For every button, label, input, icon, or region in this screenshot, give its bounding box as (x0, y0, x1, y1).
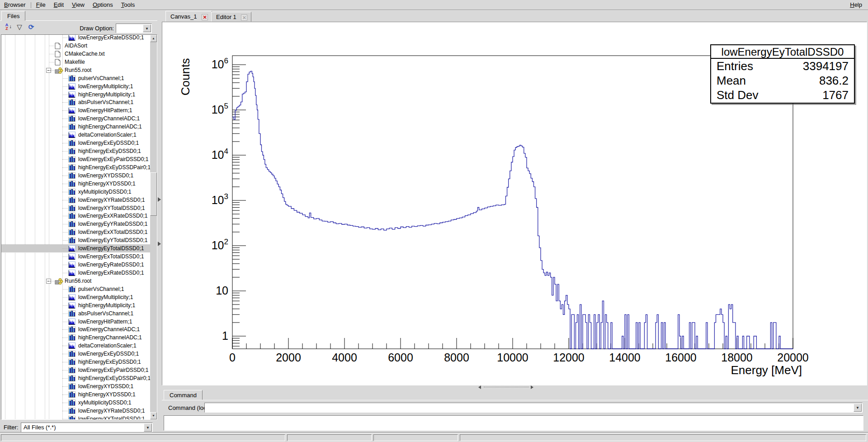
tree-item-lowenergyexxtotaldssd0-1[interactable]: lowEnergyExXTotalDSSD0;1 (1, 228, 151, 236)
tree-item-highenergyexeydssd0-1[interactable]: highEnergyExEyDSSD0;1 (1, 147, 151, 155)
filter-funnel-icon[interactable]: ▽ (14, 23, 24, 32)
tree-item-lowenergyexratedssd0-1[interactable]: lowEnergyExRateDSSD0;1 (1, 269, 151, 277)
tree-item-lowenergyxydssd0-1[interactable]: lowEnergyXYDSSD0;1 (1, 171, 151, 180)
tree-item-lowenergyxyratedssd0-1[interactable]: lowEnergyXYRateDSSD0;1 (1, 196, 151, 204)
tree-item-lowenergyxytotaldssd0-1[interactable]: lowEnergyXYTotalDSSD0;1 (1, 204, 151, 212)
tree-item-pulservschannel-1[interactable]: pulserVsChannel;1 (1, 285, 151, 293)
splitter-grip[interactable] (484, 387, 529, 387)
tree-item-label: highEnergyExEyDSSDPair0;1 (78, 374, 151, 382)
menu-item-options[interactable]: Options (89, 0, 117, 9)
browser-toolbar: AZ↓ ▽ ⟳ Draw Option: ▼ (0, 22, 157, 34)
tree-connector (62, 419, 68, 419)
tree-item-label: lowEnergyHitPattern;1 (78, 318, 132, 326)
filter-combobox[interactable]: All Files (*.*) ▼ (21, 423, 153, 432)
tree-item-lowenergyextotaldssd0-1[interactable]: lowEnergyExTotalDSSD0;1 (1, 252, 151, 261)
tree-item-lowenergyeyytotaldssd0-1[interactable]: lowEnergyEyYTotalDSSD0;1 (1, 236, 151, 244)
scroll-up-icon[interactable]: ▲ (150, 35, 157, 42)
tree-item-lowenergyeyyratedssd0-1[interactable]: lowEnergyEyYRateDSSD0;1 (1, 220, 151, 228)
tree-item-lowenergymultiplicity-1[interactable]: lowEnergyMultiplicity;1 (1, 293, 151, 301)
tree-item-lowenergyexratedssd0-1[interactable]: lowEnergyExRateDSSD0;1 (1, 34, 151, 42)
x-tick-label: 16000 (665, 351, 697, 364)
tree-item-lowenergychanneladc-1[interactable]: lowEnergyChannelADC;1 (1, 114, 151, 123)
chevron-down-icon[interactable]: ▼ (854, 404, 862, 412)
menu-item-tools[interactable]: Tools (117, 0, 139, 9)
root-canvas[interactable]: 1101021031041051060200040006000800010000… (162, 22, 867, 385)
tab-canvas-1[interactable]: Canvas_1 ✕ (165, 11, 212, 22)
tree-item-highenergychanneladc-1[interactable]: highEnergyChannelADC;1 (1, 123, 151, 131)
refresh-icon[interactable]: ⟳ (26, 23, 36, 32)
tree-item-cmakecache-txt[interactable]: CMakeCache.txt (1, 50, 151, 58)
tree-item-highenergychanneladc-1[interactable]: highEnergyChannelADC;1 (1, 333, 151, 342)
tab-editor-1[interactable]: Editor 1 ✕ (211, 12, 251, 22)
tree-item-label: lowEnergyMultiplicity;1 (78, 82, 133, 90)
panel-splitter[interactable] (157, 10, 162, 431)
tree-item-highenergyexeydssd0-1[interactable]: highEnergyExEyDSSD0;1 (1, 358, 151, 366)
tree-item-lowenergyxydssd0-1[interactable]: lowEnergyXYDSSD0;1 (1, 382, 151, 390)
tree-scrollbar[interactable]: ▲ ▼ (150, 35, 157, 419)
tree-item-lowenergymultiplicity-1[interactable]: lowEnergyMultiplicity;1 (1, 82, 151, 90)
tree-item-lowenergyeyratedssd0-1[interactable]: lowEnergyEyRateDSSD0;1 (1, 261, 151, 269)
splitter-arrow-icon[interactable] (158, 197, 161, 202)
tree-item-lowenergyeytotaldssd0-1[interactable]: lowEnergyEyTotalDSSD0;1 (1, 244, 151, 252)
status-segment-2 (287, 434, 372, 441)
tree-item-xymultiplicitydssd0-1[interactable]: xyMultiplicityDSSD0;1 (1, 399, 151, 407)
tree-item-abspulservschannel-1[interactable]: absPulserVsChannel;1 (1, 98, 151, 106)
sort-alpha-icon[interactable]: AZ↓ (2, 23, 12, 32)
tree-connector (62, 135, 68, 135)
x-tick-label: 6000 (388, 351, 413, 364)
tree-item-lowenergyexeydssd0-1[interactable]: lowEnergyExEyDSSD0;1 (1, 350, 151, 358)
tree-item-highenergyexeydssdpair0-1[interactable]: highEnergyExEyDSSDPair0;1 (1, 163, 151, 171)
tree-connector (49, 70, 54, 71)
draw-option-combobox[interactable]: ▼ (116, 24, 152, 33)
tree-item-lowenergyexeypairdssd0-1[interactable]: lowEnergyExEyPairDSSD0;1 (1, 155, 151, 163)
stats-std-value: 1767 (822, 88, 849, 102)
splitter-right-icon[interactable] (531, 385, 533, 389)
tree-item-deltacorrelationscaler-1[interactable]: deltaCorrelationScaler;1 (1, 342, 151, 350)
tree-item-lowenergychanneladc-1[interactable]: lowEnergyChannelADC;1 (1, 325, 151, 333)
tree-item-deltacorrelationscaler-1[interactable]: deltaCorrelationScaler;1 (1, 131, 151, 139)
chevron-down-icon[interactable]: ▼ (144, 423, 152, 432)
tree-item-lowenergyxyratedssd0-1[interactable]: lowEnergyXYRateDSSD0;1 (1, 407, 151, 415)
tree-item-highenergyxydssd0-1[interactable]: highEnergyXYDSSD0;1 (1, 390, 151, 399)
tree-item-lowenergyexxratedssd0-1[interactable]: lowEnergyExXRateDSSD0;1 (1, 212, 151, 220)
tree-item-lowenergyhitpattern-1[interactable]: lowEnergyHitPattern;1 (1, 106, 151, 114)
menu-item-view[interactable]: View (68, 0, 89, 9)
x-tick-label: 18000 (721, 351, 753, 364)
tree-connector (62, 257, 68, 257)
tree-item-makefile[interactable]: Makefile (1, 58, 151, 66)
tree-connector (62, 176, 68, 176)
tree-item-aidasort[interactable]: AIDASort (1, 42, 151, 50)
chevron-down-icon[interactable]: ▼ (143, 24, 151, 32)
menu-item-browser[interactable]: Browser (0, 0, 30, 9)
tree-item-run55-root[interactable]: Run55.root (1, 66, 151, 74)
menu-item-edit[interactable]: Edit (50, 0, 68, 9)
tree-item-lowenergyhitpattern-1[interactable]: lowEnergyHitPattern;1 (1, 318, 151, 326)
command-input[interactable] (205, 404, 854, 412)
tree-item-run56-root[interactable]: Run56.root (1, 277, 151, 285)
tree-item-label: AIDASort (65, 42, 87, 50)
splitter-left-icon[interactable] (478, 385, 481, 389)
tree-connector (62, 216, 68, 216)
tree-item-abspulservschannel-1[interactable]: absPulserVsChannel;1 (1, 309, 151, 318)
tab-files[interactable]: Files (1, 11, 25, 21)
menu-item-help[interactable]: Help (846, 0, 866, 9)
tree-item-xymultiplicitydssd0-1[interactable]: xyMultiplicityDSSD0;1 (1, 188, 151, 196)
canvas-command-splitter[interactable] (162, 385, 868, 389)
tree-item-highenergyxydssd0-1[interactable]: highEnergyXYDSSD0;1 (1, 180, 151, 188)
tree-item-lowenergyexeydssd0-1[interactable]: lowEnergyExEyDSSD0;1 (1, 139, 151, 147)
close-icon[interactable]: ✕ (202, 14, 208, 20)
tree-item-highenergymultiplicity-1[interactable]: highEnergyMultiplicity;1 (1, 301, 151, 309)
tree-item-label: lowEnergyChannelADC;1 (78, 325, 140, 333)
command-combobox[interactable]: ▼ (204, 403, 863, 413)
tree-item-lowenergyxytotaldssd0-1[interactable]: lowEnergyXYTotalDSSD0;1 (1, 415, 151, 420)
tree-item-highenergyexeydssdpair0-1[interactable]: highEnergyExEyDSSDPair0;1 (1, 374, 151, 382)
scroll-down-icon[interactable]: ▼ (150, 412, 157, 419)
menu-item-file[interactable]: File (32, 0, 50, 9)
tab-command[interactable]: Command (164, 390, 203, 400)
splitter-arrow-icon[interactable] (158, 242, 161, 246)
scrollbar-thumb[interactable] (150, 172, 157, 216)
tree-connector (62, 119, 68, 119)
tree-item-highenergymultiplicity-1[interactable]: highEnergyMultiplicity;1 (1, 90, 151, 99)
tree-item-lowenergyexeypairdssd0-1[interactable]: lowEnergyExEyPairDSSD0;1 (1, 366, 151, 374)
tree-item-pulservschannel-1[interactable]: pulserVsChannel;1 (1, 74, 151, 82)
